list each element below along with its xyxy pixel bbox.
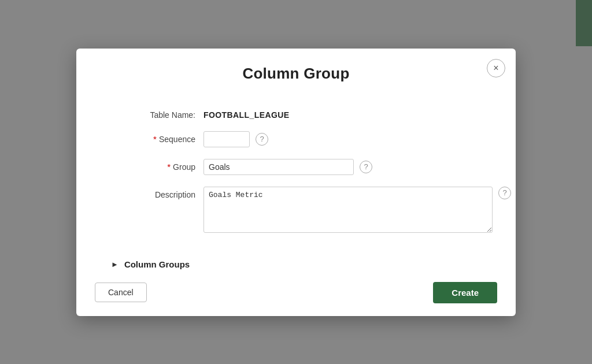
table-name-value: FOOTBALL_LEAGUE	[204, 107, 290, 120]
sequence-row: * Sequence ?	[111, 131, 481, 147]
modal-header: Column Group ×	[76, 49, 516, 93]
cancel-button[interactable]: Cancel	[95, 283, 147, 302]
sequence-label: Sequence	[159, 135, 195, 144]
group-label: Group	[173, 162, 195, 172]
chevron-right-icon: ►	[111, 260, 119, 269]
table-name-row: Table Name: FOOTBALL_LEAGUE	[111, 107, 481, 120]
group-input[interactable]	[204, 159, 354, 175]
description-row: Description Goals Metric ?	[111, 187, 481, 233]
table-name-label-group: Table Name:	[111, 107, 204, 120]
modal-title: Column Group	[242, 65, 349, 82]
modal-body: Table Name: FOOTBALL_LEAGUE * Sequence ?…	[76, 93, 516, 254]
sequence-input[interactable]	[204, 131, 250, 147]
description-textarea[interactable]: Goals Metric	[204, 187, 493, 233]
sequence-help-icon[interactable]: ?	[256, 133, 268, 146]
group-help-icon[interactable]: ?	[360, 161, 372, 173]
sequence-control-wrap: ?	[204, 131, 481, 147]
sequence-label-group: * Sequence	[111, 131, 204, 144]
create-button[interactable]: Create	[433, 282, 497, 303]
group-row: * Group ?	[111, 159, 481, 175]
group-label-group: * Group	[111, 159, 204, 172]
modal-footer: Cancel Create	[76, 269, 516, 316]
description-help-icon[interactable]: ?	[498, 187, 511, 199]
column-groups-label: Column Groups	[124, 259, 190, 269]
table-name-label: Table Name:	[150, 110, 195, 120]
column-groups-section[interactable]: ► Column Groups	[76, 254, 516, 269]
close-button[interactable]: ×	[487, 59, 505, 77]
group-required-star: *	[167, 162, 171, 171]
sequence-required-star: *	[153, 135, 157, 143]
description-label: Description	[155, 190, 195, 199]
description-control-wrap: Goals Metric ?	[204, 187, 511, 233]
column-group-modal: Column Group × Table Name: FOOTBALL_LEAG…	[76, 49, 516, 316]
group-control-wrap: ?	[204, 159, 481, 175]
description-label-group: Description	[111, 187, 204, 199]
